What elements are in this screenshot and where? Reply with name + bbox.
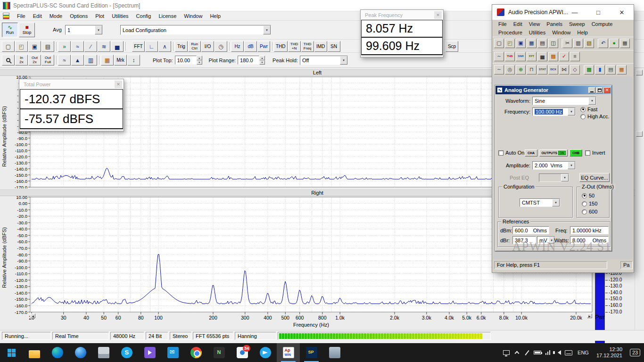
plot-range-spinner[interactable]: ▲▼ (259, 56, 265, 65)
ap-browser-icon[interactable]: ▦ (617, 65, 627, 74)
ap-analyzer-icon[interactable]: ◎ (505, 65, 515, 74)
run-button[interactable]: ∿ Run (2, 23, 18, 37)
zoom-icon[interactable] (2, 55, 15, 66)
ap-verify-icon[interactable]: ✓ (559, 52, 569, 61)
taskbar-dev-app[interactable] (207, 343, 231, 362)
notification-center-button[interactable]: 23 (626, 343, 644, 362)
menu-item-config[interactable]: Config (132, 12, 155, 20)
menu-item-mode[interactable]: Mode (46, 12, 66, 20)
ap-dcx-icon[interactable]: DCX (548, 65, 558, 74)
save-icon[interactable]: ▣ (28, 41, 41, 52)
ap-save-all-icon[interactable]: ▦ (527, 39, 537, 48)
peak-frequency-close-icon[interactable]: ✕ (434, 11, 442, 19)
zout-radio-50[interactable] (582, 193, 587, 198)
run-control-button[interactable]: RunCtrl (188, 41, 201, 52)
ap-meter-icon[interactable]: ◇ (570, 65, 580, 74)
ap-menu-edit[interactable]: Edit (510, 21, 526, 27)
print-icon[interactable]: ▤ (41, 41, 54, 52)
language-indicator[interactable]: ENG (574, 350, 593, 355)
avg-select[interactable]: 1 ▼ (65, 25, 103, 35)
invert-option[interactable]: Invert (585, 150, 605, 156)
ap-print-preview-icon[interactable]: ◫ (548, 39, 558, 48)
ap-fft-panel-icon[interactable]: FFT (527, 52, 537, 61)
clock[interactable]: 12:30 17.12.2021 (593, 346, 626, 359)
marker-line-icon[interactable]: ↕ (127, 55, 140, 66)
ap-panel-green-icon[interactable]: ▩ (584, 65, 594, 74)
ap-stat-icon[interactable]: STAT (537, 65, 547, 74)
thd-freq-button[interactable]: THDFreq (301, 41, 314, 52)
load-configuration-select[interactable]: Load Configuration ▼ (120, 25, 271, 35)
mdi-child-icon[interactable] (3, 13, 9, 19)
ap-save-icon[interactable]: ▣ (516, 39, 526, 48)
start-button[interactable] (0, 343, 23, 362)
frequency-high-acc-option[interactable]: High Acc. (580, 114, 609, 119)
fft-settings-button[interactable]: FFT (132, 41, 145, 52)
hz-readout-button[interactable]: Hz (231, 41, 244, 52)
spin-down-icon[interactable]: ▼ (197, 60, 202, 65)
dense-waveform-icon[interactable]: ≋ (98, 41, 110, 52)
touch-keyboard-icon[interactable] (563, 343, 574, 362)
zout-option-50[interactable]: 50 (582, 193, 594, 198)
trigger-button[interactable]: Trig (175, 41, 188, 52)
total-power-titlebar[interactable]: Total Power ✕ (19, 79, 124, 89)
avg-dropdown-icon[interactable]: ▼ (95, 25, 102, 34)
waveform-zoom-icon[interactable]: ≈ (71, 41, 84, 52)
ap-menu-procedure[interactable]: Procedure (495, 29, 526, 36)
channel-a-button[interactable]: CHA (525, 149, 537, 156)
spectrogram-icon[interactable]: ▦ (101, 55, 114, 66)
menu-item-plot[interactable]: Plot (91, 12, 108, 20)
imd-button[interactable]: IMD (314, 41, 327, 52)
ap-paste-icon[interactable]: ▧ (584, 39, 594, 48)
db-readout-button[interactable]: dB (244, 41, 257, 52)
fast-radio[interactable] (580, 107, 586, 112)
taskbar-app-window[interactable] (92, 343, 115, 362)
ap-snr-panel-icon[interactable]: SNR (516, 52, 526, 61)
ap-copy-icon[interactable]: ▥ (573, 39, 583, 48)
zoom-out-full-button[interactable]: OutFull (41, 55, 54, 66)
io-device-button[interactable]: I/O (201, 41, 214, 52)
zout-radio-150[interactable] (582, 201, 587, 206)
channel-b-button[interactable]: CHB (570, 149, 582, 156)
generator-close-button[interactable]: ✕ (603, 87, 611, 93)
peak-hold-dropdown-icon[interactable]: ▼ (340, 56, 347, 65)
ap-generator-icon[interactable]: ∼ (494, 65, 504, 74)
ap-print-icon[interactable]: ▤ (537, 39, 547, 48)
taskbar-browser-blue[interactable] (69, 343, 92, 362)
apwin-minimize-button[interactable]: — (563, 5, 586, 20)
frequency-dropdown-icon[interactable]: ▼ (568, 108, 575, 115)
menu-item-window[interactable]: Window (180, 12, 206, 20)
spin-up-icon[interactable]: ▲ (197, 56, 202, 60)
peak-frequency-titlebar[interactable]: Peak Frequency ✕ (361, 10, 443, 20)
menu-item-file[interactable]: File (13, 12, 29, 20)
network-icon[interactable] (543, 343, 553, 362)
pen-icon[interactable] (522, 343, 532, 362)
ap-panel-bar-icon[interactable]: ▮ (595, 65, 605, 74)
taskbar-mail[interactable] (161, 343, 184, 362)
ap-go-icon[interactable]: ● (609, 39, 619, 48)
ref-freq-input[interactable]: 1.00000 kHz (570, 226, 609, 234)
filled-trace-icon[interactable]: ▲ (71, 55, 84, 66)
plot-range-input[interactable]: 180.0 (238, 56, 259, 65)
plot-top-input[interactable]: 10.00 (175, 56, 197, 65)
ap-grid-icon[interactable]: ▦ (620, 39, 630, 48)
eq-curve-button[interactable]: EQ Curve... (579, 173, 610, 182)
apwin-maximize-button[interactable]: □ (586, 5, 610, 20)
ap-sheet-icon[interactable]: ▤ (606, 65, 616, 74)
ap-sweep-panel-icon[interactable]: ▅ (537, 52, 547, 61)
ap-digital-io-icon[interactable]: ⊕ (516, 65, 526, 74)
zoom-out-2x-button[interactable]: Out2x (28, 55, 41, 66)
thd-button[interactable]: THD (274, 41, 288, 52)
total-power-panel[interactable]: Total Power ✕ -120.37 dBFS -75.57 dBFS (19, 79, 124, 132)
ap-cut-icon[interactable]: ✂ (562, 39, 572, 48)
ap-menu-view[interactable]: View (526, 21, 544, 27)
auto-on-checkbox[interactable] (498, 150, 504, 156)
axis-scroll-left-button[interactable]: ◀ (30, 313, 35, 318)
menu-item-license[interactable]: License (155, 12, 180, 20)
taskbar-spectraplus[interactable] (300, 343, 323, 362)
amplitude-input[interactable]: 2.000Vrms ▼ (532, 161, 576, 170)
total-power-close-icon[interactable]: ✕ (115, 81, 122, 88)
taskbar-telegram[interactable] (254, 343, 277, 362)
waveform-dropdown-icon[interactable]: ▼ (588, 97, 596, 105)
peak-hold-select[interactable]: Off ▼ (300, 56, 348, 65)
zout-radio-600[interactable] (582, 209, 587, 214)
